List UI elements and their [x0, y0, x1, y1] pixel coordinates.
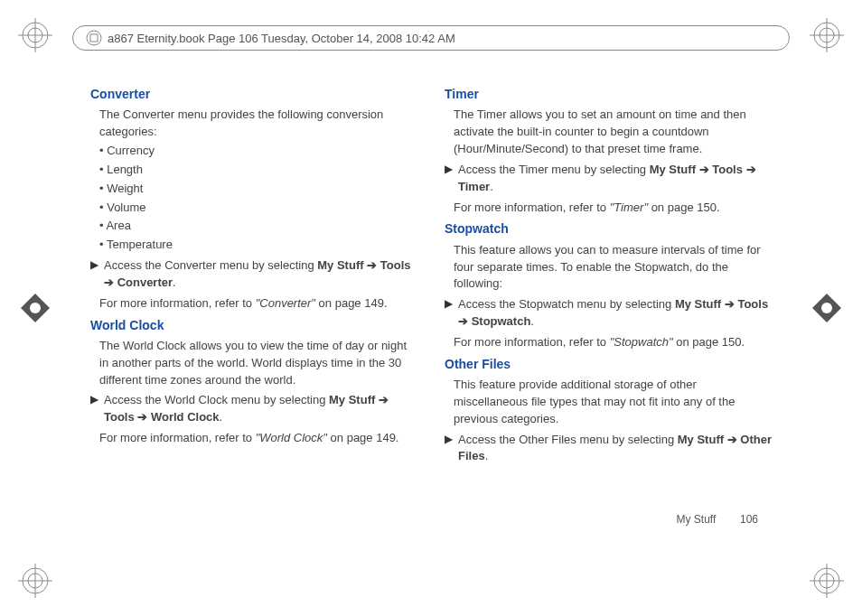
play-marker-icon: ▶ — [90, 257, 98, 292]
regmark-top-right — [810, 18, 844, 52]
otherfiles-intro: This feature provide additional storage … — [445, 377, 772, 428]
regmark-bottom-left — [18, 564, 52, 598]
stopwatch-action-text: Access the Stopwatch menu by selecting M… — [458, 296, 772, 331]
svg-point-20 — [87, 31, 101, 45]
converter-heading: Converter — [90, 85, 417, 103]
converter-bullet: Currency — [99, 143, 417, 160]
page-footer: My Stuff 106 — [676, 513, 758, 526]
svg-point-19 — [821, 303, 832, 313]
timer-heading: Timer — [445, 85, 772, 103]
play-marker-icon: ▶ — [445, 296, 453, 331]
converter-bullet: Area — [99, 218, 417, 235]
document-header-bar: a867 Eternity.book Page 106 Tuesday, Oct… — [72, 25, 790, 51]
timer-action: ▶ Access the Timer menu by selecting My … — [445, 162, 772, 196]
document-header-text: a867 Eternity.book Page 106 Tuesday, Oct… — [108, 32, 455, 45]
footer-section: My Stuff — [676, 513, 716, 526]
stopwatch-action: ▶ Access the Stopwatch menu by selecting… — [445, 296, 772, 331]
regmark-bottom-right — [810, 564, 844, 598]
stopwatch-heading: Stopwatch — [445, 219, 772, 238]
converter-bullet: Temperature — [99, 237, 417, 254]
svg-rect-21 — [90, 34, 98, 42]
svg-point-17 — [30, 303, 41, 313]
otherfiles-heading: Other Files — [445, 355, 772, 373]
otherfiles-action-text: Access the Other Files menu by selecting… — [458, 432, 772, 466]
play-marker-icon: ▶ — [90, 392, 98, 426]
converter-bullets: Currency Length Weight Volume Area Tempe… — [90, 143, 417, 254]
worldclock-action-text: Access the World Clock menu by selecting… — [104, 392, 417, 426]
page-content: Converter The Converter menu provides th… — [90, 81, 772, 544]
worldclock-ref: For more information, refer to "World Cl… — [90, 430, 417, 447]
stopwatch-ref: For more information, refer to "Stopwatc… — [445, 334, 772, 351]
worldclock-heading: World Clock — [90, 316, 417, 334]
converter-bullet: Length — [99, 162, 417, 179]
timer-action-text: Access the Timer menu by selecting My St… — [458, 162, 772, 196]
footer-page-number: 106 — [740, 513, 758, 526]
regmark-mid-left — [18, 291, 52, 325]
worldclock-action: ▶ Access the World Clock menu by selecti… — [90, 392, 417, 426]
right-column: Timer The Timer allows you to set an amo… — [445, 81, 772, 544]
left-column: Converter The Converter menu provides th… — [90, 81, 417, 544]
play-marker-icon: ▶ — [445, 432, 453, 466]
timer-ref: For more information, refer to "Timer" o… — [445, 200, 772, 217]
converter-bullet: Weight — [99, 181, 417, 198]
converter-intro: The Converter menu provides the followin… — [90, 107, 417, 141]
converter-action-text: Access the Converter menu by selecting M… — [104, 257, 417, 292]
regmark-top-left — [18, 18, 52, 52]
regmark-mid-right — [810, 291, 844, 325]
play-marker-icon: ▶ — [445, 162, 453, 196]
converter-action: ▶ Access the Converter menu by selecting… — [90, 257, 417, 292]
converter-ref: For more information, refer to "Converte… — [90, 295, 417, 313]
worldclock-intro: The World Clock allows you to view the t… — [90, 338, 417, 389]
timer-intro: The Timer allows you to set an amount on… — [445, 107, 772, 158]
stopwatch-intro: This feature allows you can to measure i… — [445, 242, 772, 294]
book-icon — [86, 30, 102, 46]
converter-bullet: Volume — [99, 200, 417, 217]
otherfiles-action: ▶ Access the Other Files menu by selecti… — [445, 432, 772, 466]
